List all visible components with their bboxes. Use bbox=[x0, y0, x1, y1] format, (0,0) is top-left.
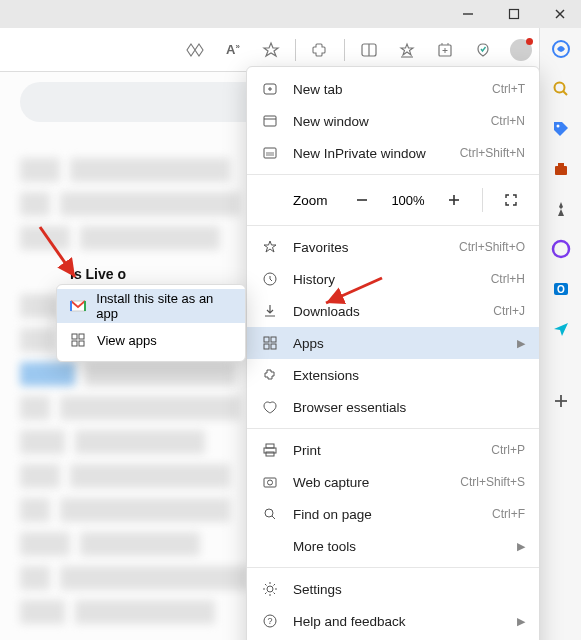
menu-apps[interactable]: Apps ▶ bbox=[247, 327, 539, 359]
zoom-in-button[interactable] bbox=[440, 186, 468, 214]
menu-label: Help and feedback bbox=[293, 614, 503, 629]
menu-history[interactable]: History Ctrl+H bbox=[247, 263, 539, 295]
toolbar-separator bbox=[344, 39, 345, 61]
menu-label: Extensions bbox=[293, 368, 525, 383]
close-button[interactable] bbox=[547, 1, 573, 27]
svg-rect-57 bbox=[72, 334, 77, 339]
menu-label: Settings bbox=[293, 582, 525, 597]
minimize-button[interactable] bbox=[455, 1, 481, 27]
shortcut: Ctrl+H bbox=[491, 272, 525, 286]
collections-icon[interactable] bbox=[429, 34, 461, 66]
shortcut: Ctrl+Shift+N bbox=[460, 146, 525, 160]
send-icon[interactable] bbox=[550, 318, 572, 340]
gear-icon bbox=[261, 580, 279, 598]
copilot-icon[interactable] bbox=[550, 38, 572, 60]
menu-settings[interactable]: Settings bbox=[247, 573, 539, 605]
capture-icon bbox=[261, 473, 279, 491]
menu-label: New InPrivate window bbox=[293, 146, 446, 161]
menu-label: Print bbox=[293, 443, 477, 458]
browser-essentials-icon[interactable] bbox=[467, 34, 499, 66]
menu-separator bbox=[247, 174, 539, 175]
svg-line-52 bbox=[272, 516, 275, 519]
svg-point-53 bbox=[267, 586, 273, 592]
inprivate-icon bbox=[261, 144, 279, 162]
shortcut: Ctrl+T bbox=[492, 82, 525, 96]
svg-rect-60 bbox=[79, 341, 84, 346]
new-tab-icon bbox=[261, 80, 279, 98]
menu-downloads[interactable]: Downloads Ctrl+J bbox=[247, 295, 539, 327]
submenu-label: Install this site as an app bbox=[96, 291, 233, 321]
apps-submenu: Install this site as an app View apps bbox=[56, 284, 246, 362]
menu-label: Web capture bbox=[293, 475, 446, 490]
svg-line-23 bbox=[563, 91, 567, 95]
history-icon bbox=[261, 270, 279, 288]
favorites-bar-icon[interactable] bbox=[391, 34, 423, 66]
toolbar-separator bbox=[295, 39, 296, 61]
outlook-icon[interactable]: O bbox=[550, 278, 572, 300]
menu-label: History bbox=[293, 272, 477, 287]
window-titlebar bbox=[0, 0, 581, 28]
tools-icon[interactable] bbox=[550, 158, 572, 180]
menu-separator bbox=[247, 225, 539, 226]
svg-rect-49 bbox=[264, 478, 276, 487]
shortcut: Ctrl+P bbox=[491, 443, 525, 457]
svg-text:?: ? bbox=[267, 616, 272, 626]
svg-point-51 bbox=[265, 509, 273, 517]
add-sidebar-icon[interactable] bbox=[550, 390, 572, 412]
menu-label: Apps bbox=[293, 336, 503, 351]
extensions-icon[interactable] bbox=[304, 34, 336, 66]
shortcut: Ctrl+J bbox=[493, 304, 525, 318]
split-screen-icon[interactable] bbox=[353, 34, 385, 66]
svg-rect-46 bbox=[266, 444, 274, 448]
apps-grid-icon bbox=[69, 331, 87, 349]
zoom-label: Zoom bbox=[261, 193, 338, 208]
menu-favorites[interactable]: Favorites Ctrl+Shift+O bbox=[247, 231, 539, 263]
menu-separator bbox=[247, 428, 539, 429]
find-icon bbox=[261, 505, 279, 523]
menu-label: Downloads bbox=[293, 304, 479, 319]
submenu-view-apps[interactable]: View apps bbox=[57, 323, 245, 357]
menu-label: Browser essentials bbox=[293, 400, 525, 415]
search-icon[interactable] bbox=[550, 78, 572, 100]
chevron-right-icon: ▶ bbox=[517, 337, 525, 350]
office-icon[interactable] bbox=[550, 238, 572, 260]
menu-zoom-row: Zoom 100% bbox=[247, 180, 539, 220]
fullscreen-button[interactable] bbox=[497, 186, 525, 214]
games-icon[interactable] bbox=[550, 198, 572, 220]
new-window-icon bbox=[261, 112, 279, 130]
read-aloud-icon[interactable]: A» bbox=[217, 34, 249, 66]
download-icon bbox=[261, 302, 279, 320]
menu-help[interactable]: ? Help and feedback ▶ bbox=[247, 605, 539, 637]
edge-sidebar: O bbox=[539, 28, 581, 640]
shopping-tag-icon[interactable] bbox=[550, 118, 572, 140]
submenu-install-app[interactable]: Install this site as an app bbox=[57, 289, 245, 323]
profile-avatar[interactable] bbox=[505, 34, 537, 66]
menu-new-tab[interactable]: New tab Ctrl+T bbox=[247, 73, 539, 105]
separator bbox=[482, 188, 483, 212]
menu-more-tools[interactable]: More tools ▶ bbox=[247, 530, 539, 562]
blank-icon bbox=[261, 537, 279, 555]
menu-extensions[interactable]: Extensions bbox=[247, 359, 539, 391]
svg-rect-42 bbox=[264, 337, 269, 342]
submenu-label: View apps bbox=[97, 333, 157, 348]
menu-separator bbox=[247, 567, 539, 568]
menu-browser-essentials[interactable]: Browser essentials bbox=[247, 391, 539, 423]
menu-new-window[interactable]: New window Ctrl+N bbox=[247, 105, 539, 137]
svg-rect-34 bbox=[264, 116, 276, 126]
menu-new-inprivate[interactable]: New InPrivate window Ctrl+Shift+N bbox=[247, 137, 539, 169]
zoom-out-button[interactable] bbox=[348, 186, 376, 214]
heart-pulse-icon bbox=[261, 398, 279, 416]
svg-rect-44 bbox=[264, 344, 269, 349]
menu-label: Find on page bbox=[293, 507, 478, 522]
shortcut: Ctrl+N bbox=[491, 114, 525, 128]
menu-web-capture[interactable]: Web capture Ctrl+Shift+S bbox=[247, 466, 539, 498]
diamond-icon[interactable] bbox=[179, 34, 211, 66]
svg-rect-26 bbox=[558, 163, 564, 166]
menu-print[interactable]: Print Ctrl+P bbox=[247, 434, 539, 466]
star-icon bbox=[261, 238, 279, 256]
favorite-star-icon[interactable] bbox=[255, 34, 287, 66]
svg-point-50 bbox=[268, 480, 273, 485]
menu-find[interactable]: Find on page Ctrl+F bbox=[247, 498, 539, 530]
maximize-button[interactable] bbox=[501, 1, 527, 27]
chevron-right-icon: ▶ bbox=[517, 540, 525, 553]
